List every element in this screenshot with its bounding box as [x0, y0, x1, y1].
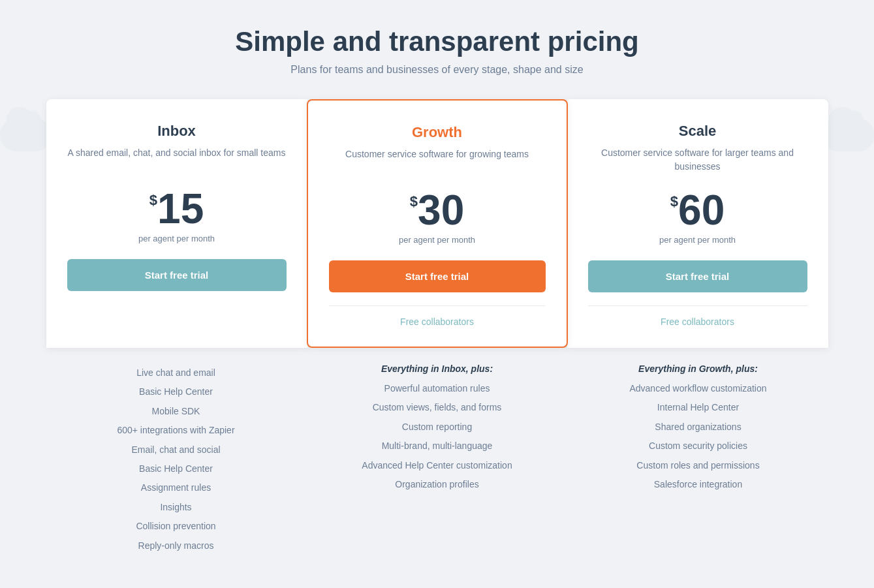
- feature-item: Assignment rules: [67, 478, 286, 497]
- feature-item: Shared organizations: [589, 418, 808, 437]
- inbox-features-list: Live chat and emailBasic Help CenterMobi…: [67, 364, 286, 555]
- feature-item: Advanced workflow customization: [589, 379, 808, 398]
- feature-item: Email, chat and social: [67, 441, 286, 459]
- inbox-start-trial-button[interactable]: Start free trial: [67, 259, 287, 291]
- feature-item: 600+ integrations with Zapier: [67, 421, 286, 440]
- scale-plan-desc: Customer service software for larger tea…: [588, 146, 807, 174]
- plan-card-scale: Scale Customer service software for larg…: [567, 99, 828, 348]
- growth-start-trial-button[interactable]: Start free trial: [329, 260, 546, 292]
- growth-features-list: Powerful automation rulesCustom views, f…: [328, 379, 547, 494]
- feature-item: Custom views, fields, and forms: [328, 398, 547, 417]
- growth-plan-desc: Customer service software for growing te…: [329, 147, 546, 174]
- scale-price-number: 60: [678, 189, 725, 231]
- inbox-price-block: $ 15 per agent per month: [67, 188, 287, 243]
- page-subtitle: Plans for teams and businesses of every …: [13, 64, 861, 76]
- feature-item: Custom security policies: [589, 437, 808, 456]
- feature-item: Basic Help Center: [67, 459, 286, 478]
- scale-plan-title: Scale: [588, 123, 807, 140]
- inbox-price-amount: $ 15: [149, 188, 204, 230]
- feature-item: Custom roles and permissions: [589, 456, 808, 475]
- feature-item: Live chat and email: [67, 364, 286, 382]
- scale-price-block: $ 60 per agent per month: [588, 189, 807, 245]
- feature-item: Salesforce integration: [589, 475, 808, 494]
- scale-price-period: per agent per month: [588, 235, 807, 245]
- feature-item: Advanced Help Center customization: [328, 456, 547, 475]
- growth-price-amount: $ 30: [410, 189, 464, 231]
- pricing-wrapper: Inbox A shared email, chat, and social i…: [26, 99, 849, 562]
- scale-features-col: Everything in Growth, plus: Advanced wor…: [568, 348, 829, 562]
- inbox-price-period: per agent per month: [67, 234, 287, 243]
- page-title: Simple and transparent pricing: [13, 26, 861, 57]
- growth-divider: [329, 305, 546, 306]
- feature-item: Internal Help Center: [589, 398, 808, 417]
- feature-item: Collision prevention: [67, 517, 286, 536]
- scale-features-intro: Everything in Growth, plus:: [589, 364, 808, 374]
- feature-item: Reply-only macros: [67, 536, 286, 555]
- growth-features-intro: Everything in Inbox, plus:: [328, 364, 547, 374]
- inbox-plan-desc: A shared email, chat, and social inbox f…: [67, 146, 287, 172]
- growth-price-block: $ 30 per agent per month: [329, 189, 546, 245]
- growth-plan-title: Growth: [329, 124, 546, 141]
- growth-free-collaborators[interactable]: Free collaborators: [329, 317, 546, 327]
- features-row: Live chat and emailBasic Help CenterMobi…: [26, 348, 849, 562]
- feature-item: Multi-brand, multi-language: [328, 437, 547, 456]
- scale-price-dollar: $: [670, 194, 678, 209]
- inbox-price-dollar: $: [149, 193, 157, 208]
- feature-item: Insights: [67, 498, 286, 517]
- scale-start-trial-button[interactable]: Start free trial: [588, 260, 807, 292]
- plan-card-inbox: Inbox A shared email, chat, and social i…: [46, 99, 307, 348]
- inbox-features-col: Live chat and emailBasic Help CenterMobi…: [46, 348, 307, 562]
- inbox-plan-title: Inbox: [67, 123, 287, 140]
- growth-price-dollar: $: [410, 194, 418, 209]
- feature-item: Organization profiles: [328, 475, 547, 494]
- feature-item: Custom reporting: [328, 418, 547, 437]
- feature-item: Powerful automation rules: [328, 379, 547, 398]
- growth-features-col: Everything in Inbox, plus: Powerful auto…: [307, 348, 568, 562]
- scale-free-collaborators[interactable]: Free collaborators: [588, 317, 807, 327]
- feature-item: Basic Help Center: [67, 382, 286, 401]
- inbox-price-number: 15: [157, 188, 204, 230]
- feature-item: Mobile SDK: [67, 402, 286, 421]
- growth-price-number: 30: [418, 189, 464, 231]
- scale-divider: [588, 305, 807, 306]
- page-header: Simple and transparent pricing Plans for…: [13, 26, 861, 76]
- pricing-cards: Inbox A shared email, chat, and social i…: [26, 99, 849, 348]
- growth-price-period: per agent per month: [329, 235, 546, 245]
- plan-card-growth: Growth Customer service software for gro…: [307, 99, 568, 348]
- scale-price-amount: $ 60: [670, 189, 725, 231]
- scale-features-list: Advanced workflow customizationInternal …: [589, 379, 808, 494]
